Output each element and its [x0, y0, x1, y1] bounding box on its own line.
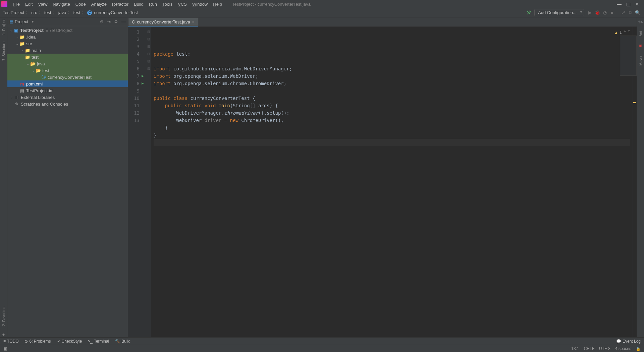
rail-ant[interactable]: Ant — [639, 31, 643, 37]
tree-item[interactable]: ▤TestProject.iml — [7, 87, 128, 94]
rail-structure[interactable]: 7: Structure — [2, 42, 6, 61]
menu-help[interactable]: Help — [210, 1, 225, 7]
ant-icon[interactable]: 🐜 — [638, 19, 643, 24]
tree-item[interactable]: ⌄📁test — [7, 54, 128, 60]
close-icon[interactable]: ✕ — [635, 1, 639, 7]
encoding[interactable]: UTF-8 — [599, 346, 610, 351]
indent[interactable]: 4 spaces — [615, 346, 631, 351]
gear-icon[interactable]: ⚙ — [114, 19, 118, 24]
line-separator[interactable]: CRLF — [584, 346, 594, 351]
breadcrumb-item[interactable]: java — [58, 10, 66, 15]
warning-icon: ▲ — [615, 29, 618, 36]
stop-icon[interactable]: ■ — [608, 10, 616, 15]
minimap[interactable] — [620, 36, 637, 76]
chevron-down-icon[interactable]: ▼ — [31, 20, 34, 23]
minimize-icon[interactable]: — — [617, 1, 622, 7]
tree-item[interactable]: ›📁.idea — [7, 34, 128, 40]
tree-item[interactable]: mpom.xml — [7, 80, 128, 87]
left-tool-rail: 1: Project 7: Structure 2: Favorites ★ — [0, 17, 7, 337]
tree-item[interactable]: ›⫼External Libraries — [7, 94, 128, 101]
tree-item[interactable]: ›📁main — [7, 47, 128, 54]
find-icon[interactable]: 🔍 — [634, 10, 641, 15]
collapse-icon[interactable]: ⇥ — [107, 19, 111, 24]
tab-close-icon[interactable]: × — [192, 20, 195, 24]
tool-windows-icon[interactable]: ▣ — [3, 346, 7, 351]
coverage-icon[interactable]: ◔ — [601, 10, 608, 15]
status-bar: ▣ 13:1 CRLF UTF-8 4 spaces — [0, 345, 644, 352]
tree-item[interactable]: ⌄📂test — [7, 67, 128, 74]
menu-refactor[interactable]: Refactor — [109, 1, 131, 7]
code-area[interactable]: ▲ 1 ˄ ˅ package test; import io.github.b… — [151, 27, 633, 337]
menu-code[interactable]: Code — [73, 1, 89, 7]
bottom-tool-checkstyle[interactable]: ✓CheckStyle — [57, 339, 82, 344]
window-title: TestProject - currencyConverterTest.java — [232, 2, 311, 7]
debug-icon[interactable]: 🐞 — [594, 10, 601, 15]
warning-count: 1 — [620, 29, 622, 36]
bottom-tool-terminal[interactable]: >_Terminal — [88, 339, 109, 344]
run-config-dropdown[interactable]: Add Configuration... — [534, 9, 584, 16]
run-icon[interactable]: ▶ — [586, 10, 594, 15]
caret-position[interactable]: 13:1 — [571, 346, 579, 351]
menu-build[interactable]: Build — [131, 1, 146, 7]
menu-run[interactable]: Run — [146, 1, 160, 7]
menu-tools[interactable]: Tools — [160, 1, 175, 7]
breadcrumb-item[interactable]: test — [44, 10, 51, 15]
editor-tabs: C currencyConverterTest.java × — [128, 17, 637, 27]
project-icon: ▤ — [9, 19, 13, 24]
rail-favorites[interactable]: 2: Favorites — [2, 307, 6, 326]
breadcrumb-item[interactable]: currencyConverterTest — [94, 10, 138, 15]
menu-view[interactable]: View — [35, 1, 50, 7]
warning-marker[interactable] — [633, 102, 636, 103]
sidebar-header: ▤ Project ▼ ⊕ ⇥ ⚙ — — [7, 17, 128, 26]
editor-area: C currencyConverterTest.java × 123456789… — [128, 17, 637, 337]
tree-item[interactable]: ⌄📁src — [7, 40, 128, 47]
tab-label: currencyConverterTest.java — [137, 19, 190, 24]
class-icon: C — [87, 10, 92, 15]
bottom-tool-6-problems[interactable]: ⊘6: Problems — [24, 339, 51, 344]
menu-bar: FileEditViewNavigateCodeAnalyzeRefactorB… — [0, 0, 644, 8]
tree-item[interactable]: ⒸcurrencyConverterTest — [7, 74, 128, 80]
editor-body: 12345678910111213 ⊟⊡⊟⊟⊡⊡ ▲ 1 ˄ ˅ package… — [128, 27, 637, 337]
app-logo-icon — [1, 1, 7, 7]
lock-icon[interactable] — [636, 346, 641, 351]
fold-strip[interactable]: ⊟⊡⊟⊟⊡⊡ — [146, 27, 151, 337]
bottom-tool-todo[interactable]: ≡TODO — [3, 339, 18, 344]
project-tree[interactable]: ⌄▣TestProjectE:\TestProject›📁.idea⌄📁src›… — [7, 26, 128, 108]
bottom-tool-build[interactable]: 🔨Build — [115, 339, 130, 344]
menu-file[interactable]: File — [10, 1, 22, 7]
rail-maven[interactable]: Maven — [639, 55, 643, 66]
main-area: 1: Project 7: Structure 2: Favorites ★ ▤… — [0, 17, 644, 337]
line-gutter[interactable]: 12345678910111213 — [128, 27, 146, 337]
hide-icon[interactable]: — — [121, 19, 126, 24]
locate-icon[interactable]: ⊕ — [100, 19, 104, 24]
star-icon[interactable]: ★ — [2, 333, 5, 337]
next-highlight-icon[interactable]: ˅ — [628, 29, 630, 36]
menu-navigate[interactable]: Navigate — [50, 1, 72, 7]
tree-item[interactable]: ⌄📂java — [7, 60, 128, 67]
class-icon: C — [132, 19, 135, 24]
bottom-toolbar: ≡TODO⊘6: Problems✓CheckStyle>_Terminal🔨B… — [0, 337, 644, 345]
tree-item[interactable]: ✎Scratches and Consoles — [7, 101, 128, 107]
maximize-icon[interactable]: ▢ — [626, 1, 631, 7]
sidebar-title: Project — [15, 19, 28, 24]
tree-root[interactable]: ⌄▣TestProjectE:\TestProject — [7, 27, 128, 34]
maven-icon[interactable]: m — [639, 43, 642, 48]
breadcrumb-item[interactable]: src — [31, 10, 37, 15]
search-everywhere-icon[interactable]: ⧉ — [627, 10, 634, 15]
git-icon[interactable]: ⎇ — [619, 10, 627, 15]
right-tool-rail: 🐜 Ant m Maven — [637, 17, 644, 337]
event-log-button[interactable]: 💬 Event Log — [616, 339, 641, 344]
prev-highlight-icon[interactable]: ˄ — [624, 29, 626, 36]
menu-analyze[interactable]: Analyze — [89, 1, 109, 7]
inspections-widget[interactable]: ▲ 1 ˄ ˅ — [615, 29, 630, 36]
toolbar: TestProject〉src〉test〉java〉test〉Ccurrency… — [0, 8, 644, 17]
menu-window[interactable]: Window — [190, 1, 210, 7]
build-icon[interactable]: ⚒ — [526, 9, 531, 16]
tab-file[interactable]: C currencyConverterTest.java × — [128, 18, 198, 26]
breadcrumb: TestProject〉src〉test〉java〉test〉Ccurrency… — [3, 10, 138, 16]
rail-project[interactable]: 1: Project — [2, 19, 6, 35]
menu-edit[interactable]: Edit — [22, 1, 35, 7]
breadcrumb-item[interactable]: TestProject — [3, 10, 24, 15]
breadcrumb-item[interactable]: test — [73, 10, 80, 15]
menu-vcs[interactable]: VCS — [175, 1, 190, 7]
